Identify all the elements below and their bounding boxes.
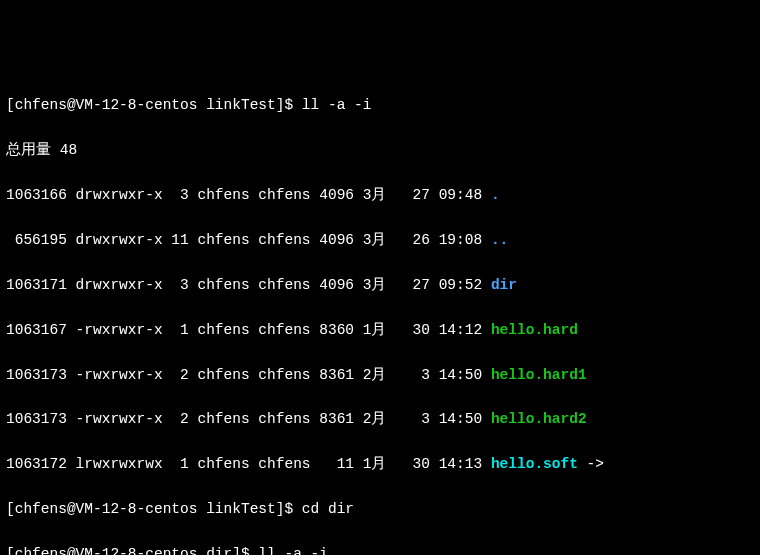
list-item: 1063167 -rwxrwxr-x 1 chfens chfens 8360 …	[6, 319, 754, 341]
file-meta: 656195 drwxrwxr-x 11 chfens chfens 4096 …	[6, 232, 491, 248]
list-item: 1063166 drwxrwxr-x 3 chfens chfens 4096 …	[6, 184, 754, 206]
prompt-line: [chfens@VM-12-8-centos linkTest]$ cd dir	[6, 498, 754, 520]
command: cd dir	[302, 501, 354, 517]
file-name: hello.hard2	[491, 411, 587, 427]
file-name: .	[491, 187, 500, 203]
list-item: 1063171 drwxrwxr-x 3 chfens chfens 4096 …	[6, 274, 754, 296]
command: ll -a -i	[302, 97, 372, 113]
link-target: ->	[578, 456, 604, 472]
file-name: hello.soft	[491, 456, 578, 472]
file-meta: 1063166 drwxrwxr-x 3 chfens chfens 4096 …	[6, 187, 491, 203]
list-item: 1063172 lrwxrwxrwx 1 chfens chfens 11 1月…	[6, 453, 754, 475]
file-meta: 1063173 -rwxrwxr-x 2 chfens chfens 8361 …	[6, 411, 491, 427]
file-name: ..	[491, 232, 508, 248]
command: ll -a -i	[258, 546, 328, 555]
file-meta: 1063167 -rwxrwxr-x 1 chfens chfens 8360 …	[6, 322, 491, 338]
file-meta: 1063172 lrwxrwxrwx 1 chfens chfens 11 1月…	[6, 456, 491, 472]
total-line: 总用量 48	[6, 139, 754, 161]
list-item: 656195 drwxrwxr-x 11 chfens chfens 4096 …	[6, 229, 754, 251]
file-meta: 1063173 -rwxrwxr-x 2 chfens chfens 8361 …	[6, 367, 491, 383]
file-name: hello.hard	[491, 322, 578, 338]
file-name: hello.hard1	[491, 367, 587, 383]
prompt-line: [chfens@VM-12-8-centos dir]$ ll -a -i	[6, 543, 754, 555]
file-name: dir	[491, 277, 517, 293]
prompt: [chfens@VM-12-8-centos linkTest]$	[6, 97, 302, 113]
file-meta: 1063171 drwxrwxr-x 3 chfens chfens 4096 …	[6, 277, 491, 293]
prompt: [chfens@VM-12-8-centos linkTest]$	[6, 501, 302, 517]
prompt: [chfens@VM-12-8-centos dir]$	[6, 546, 258, 555]
list-item: 1063173 -rwxrwxr-x 2 chfens chfens 8361 …	[6, 408, 754, 430]
prompt-line: [chfens@VM-12-8-centos linkTest]$ ll -a …	[6, 94, 754, 116]
list-item: 1063173 -rwxrwxr-x 2 chfens chfens 8361 …	[6, 364, 754, 386]
